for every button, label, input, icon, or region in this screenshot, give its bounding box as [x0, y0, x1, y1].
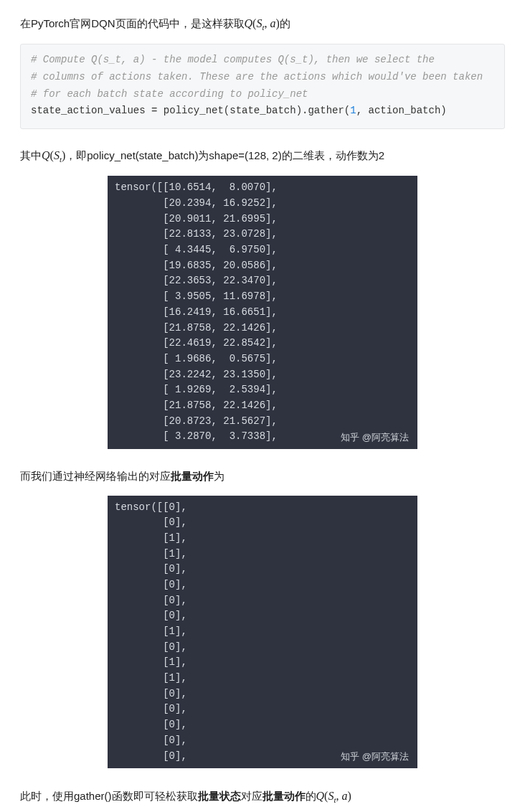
paragraph-batch-actions: 而我们通过神经网络输出的对应批量动作为 [20, 466, 505, 487]
paragraph-gather-result: 此时，使用gather()函数即可轻松获取批量状态对应批量动作的Q(St, a) [20, 785, 505, 808]
code-block-gather: # Compute Q(s_t, a) - the model computes… [20, 44, 505, 129]
tensor-text: tensor([[10.6514, 8.0070], [20.2394, 16.… [115, 181, 278, 442]
watermark-csdn: CSDN @WSKH0929 [423, 808, 512, 812]
text: 此时，使用gather()函数即可轻松获取 [20, 790, 198, 802]
text: 的 [280, 17, 290, 29]
text: 为 [214, 470, 224, 482]
math-q-st: Q(St) [42, 149, 65, 161]
tensor-output-actions: tensor([[0], [0], [1], [1], [0], [0], [0… [20, 496, 505, 769]
tensor-output-values: tensor([[10.6514, 8.0070], [20.2394, 16.… [20, 176, 505, 449]
tensor-text: tensor([[0], [0], [1], [1], [0], [0], [0… [115, 501, 187, 762]
code-comment: # Compute Q(s_t, a) - the model computes… [31, 54, 435, 65]
code-line: state_action_values = policy_net(state_b… [31, 105, 447, 116]
text: 而我们通过神经网络输出的对应 [20, 470, 171, 482]
text: 其中 [20, 149, 42, 161]
tensor-block: tensor([[0], [0], [1], [1], [0], [0], [0… [108, 496, 417, 769]
text: ，即policy_net(state_batch)为shape=(128, 2)… [65, 149, 384, 161]
code-comment: # for each batch state according to poli… [31, 88, 308, 100]
bold-batch-actions: 批量动作 [171, 470, 214, 482]
text: 的 [306, 790, 316, 802]
tensor-block: tensor([[10.6514, 8.0070], [20.2394, 16.… [108, 176, 417, 449]
math-q-st-a-2: Q(St, a) [316, 790, 351, 802]
watermark-zhihu: 知乎 @阿亮算法 [341, 750, 409, 764]
bold-batch-actions-2: 批量动作 [262, 790, 306, 802]
text: 对应 [241, 790, 262, 802]
bold-batch-states: 批量状态 [198, 790, 241, 802]
text: 在PyTorch官网DQN页面的代码中，是这样获取 [20, 17, 245, 29]
paragraph-intro: 在PyTorch官网DQN页面的代码中，是这样获取Q(St, a)的 [20, 13, 505, 35]
math-q-st-a: Q(St, a) [245, 17, 280, 29]
code-comment: # columns of actions taken. These are th… [31, 71, 483, 82]
watermark-zhihu: 知乎 @阿亮算法 [341, 430, 409, 445]
paragraph-qst-shape: 其中Q(St)，即policy_net(state_batch)为shape=(… [20, 145, 505, 167]
